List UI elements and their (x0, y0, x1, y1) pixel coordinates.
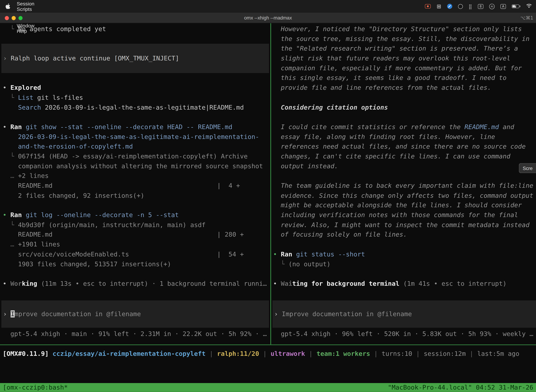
zoom-button[interactable] (19, 16, 23, 20)
text-segment: | (206, 350, 217, 357)
ralph-banner-line: › Ralph loop active continue [OMX_TMUX_I… (3, 54, 179, 63)
right-pane-scrollback: However, I noticed the "Directory Struct… (271, 23, 536, 289)
tmux-session-label: [omx-cczip0:bash* (3, 383, 68, 392)
terminal-line: the "Related research writing" section i… (271, 44, 536, 54)
terminal-line (0, 112, 270, 122)
text-segment: the source tree, missing the essay. Stil… (273, 35, 530, 42)
text-segment (22, 211, 26, 219)
text-segment: | (305, 350, 316, 357)
text-segment: team:1 workers (316, 350, 370, 357)
text-segment: changes, I can't cite specific file line… (273, 153, 510, 160)
text-segment: git log --oneline --decorate -n 5 --stat (26, 211, 179, 219)
terminal-line: this single essay, it seems like a good … (271, 73, 536, 83)
terminal-line: … +2 lines (0, 171, 270, 181)
tmux-host-clock: "MacBook-Pro-44.local" 04:52 31-Mar-26 (388, 383, 533, 392)
apple-menu-icon[interactable] (5, 3, 10, 9)
terminal-line: src/voice/voiceModeEnabled.ts | 54 + (0, 250, 270, 259)
terminal-line: of focusing solely on file lines. (271, 230, 536, 240)
text-segment: | (370, 350, 382, 357)
close-button[interactable] (5, 16, 9, 20)
compass-icon[interactable] (447, 4, 452, 9)
dots-grid-icon[interactable]: ⣿ (469, 4, 472, 9)
terminal-line: README.md | 4 + (0, 181, 270, 191)
tmux-status-bar: [omx-cczip0:bash* "MacBook-Pro-44.local"… (0, 383, 536, 392)
text-segment: +2 lines (14, 172, 49, 179)
terminal-line (271, 240, 536, 250)
text-segment: 2026-03-09-is-legal-the-same-as-legitima… (41, 104, 244, 111)
command-input-line: › Improve documentation in @filename (274, 309, 412, 319)
terminal-line: However, I noticed the "Directory Struct… (271, 24, 536, 34)
text-segment: provide file and line references from th… (273, 84, 491, 91)
text-segment: • (273, 250, 281, 258)
battery-icon[interactable]: ϟ (512, 5, 520, 8)
command-input[interactable]: › Improve documentation in @filename (1, 300, 269, 328)
text-segment: README.md | 4 + (3, 182, 240, 189)
text-segment: cczip/essay/ai-reimplementation-copyleft (53, 350, 206, 357)
window-title: omx --xhigh --madmax (244, 15, 292, 21)
text-segment: └ (273, 260, 288, 267)
command-input[interactable]: › Improve documentation in @filename (273, 300, 536, 328)
text-segment: However, I noticed the "Directory Struct… (273, 25, 522, 33)
terminal-line: Search 2026-03-09-is-legal-the-same-as-l… (0, 103, 270, 112)
text-segment: Explored (10, 84, 41, 91)
model-status-line: gpt-5.4 xhigh · 96% left · 520K in · 5.8… (271, 329, 536, 339)
circle-app-icon[interactable] (458, 4, 463, 9)
right-pane: However, I noticed the "Directory Struct… (271, 23, 536, 344)
text-segment: review. Also, I might want to inspect th… (273, 221, 530, 228)
right-transcript: However, I noticed the "Directory Struct… (271, 24, 536, 289)
text-segment: └ (3, 221, 18, 228)
terminal-line: README.md | 280 + (0, 230, 270, 240)
terminal-line: └ List git ls-files (0, 93, 270, 103)
window-title-bar[interactable]: omx --xhigh --madmax ⌥⌘1 (0, 13, 536, 23)
text-segment: └ (3, 25, 18, 33)
menu-item-session[interactable]: Session (12, 1, 39, 6)
text-segment: last:5m ago (477, 350, 519, 357)
text-segment: (1m 41s • esc to interrupt) (399, 280, 507, 287)
text-segment: No agents completed yet (18, 25, 106, 33)
text-segment: references need actual files, and since … (273, 143, 526, 150)
text-segment: [OMX#0.11.9] (3, 350, 53, 357)
menu-bar-status-icons: ⊞ ⣿ 8 .61 A ϟ (425, 4, 532, 9)
text-segment: └ (3, 94, 18, 101)
text-segment: session:12m (424, 350, 466, 357)
terminal-line: the source tree, missing the essay. Stil… (271, 34, 536, 44)
input-text: mprove documentation in @filename (14, 310, 141, 317)
terminal-line: review. Also, I might want to inspect th… (271, 220, 536, 230)
text-segment: of focusing solely on file lines. (273, 231, 407, 238)
text-segment: (11m 13s • esc to interrupt) · 1 backgro… (37, 280, 267, 287)
text-segment (3, 172, 10, 179)
screen-recording-indicator-icon[interactable] (425, 4, 431, 9)
text-segment: the "Related research writing" section i… (273, 45, 518, 52)
text-segment: Considering citation options (281, 104, 388, 111)
text-segment: • (273, 280, 281, 287)
grid-icon[interactable]: ⊞ (437, 4, 441, 9)
terminal-line: └ 4b9d30f (origin/main, instructkr/main,… (0, 220, 270, 230)
text-segment (3, 143, 18, 150)
text-segment: Wai (281, 280, 292, 287)
text-segment: ting for background terminal (292, 280, 399, 287)
text-segment: List (18, 94, 34, 101)
minimize-button[interactable] (12, 16, 16, 20)
record-dot-icon (427, 5, 429, 7)
wifi-icon[interactable] (526, 4, 532, 9)
terminal-line (271, 171, 536, 181)
battery-body-icon: ϟ (512, 5, 519, 8)
menu-item-scripts[interactable]: Scripts (12, 6, 39, 12)
text-segment: output instead. (273, 163, 338, 170)
text-segment: • (3, 84, 10, 91)
model-status-line: gpt-5.4 xhigh · main · 91% left · 2.31M … (0, 329, 270, 339)
terminal-line: • Working (11m 13s • esc to interrupt) ·… (0, 279, 270, 289)
terminal-line: 1903 files changed, 513517 insertions(+) (0, 259, 270, 269)
text-segment: | (466, 350, 477, 357)
text-segment: … (10, 172, 14, 179)
screen: iTerm2ShellEditViewSessionScriptsProfile… (0, 0, 536, 392)
input-source-icon[interactable]: A (500, 4, 506, 9)
percent-badge-icon[interactable]: .61 (489, 4, 495, 9)
text-segment: +1901 lines (14, 241, 60, 248)
text-segment: ralph:11/20 (217, 350, 259, 357)
key-icon[interactable]: 8 (478, 4, 483, 9)
traffic-lights (5, 16, 23, 20)
terminal-line: provide file and line references from th… (271, 83, 536, 93)
text-segment (3, 133, 18, 140)
banner-text: Ralph loop active continue [OMX_TMUX_INJ… (11, 55, 179, 62)
